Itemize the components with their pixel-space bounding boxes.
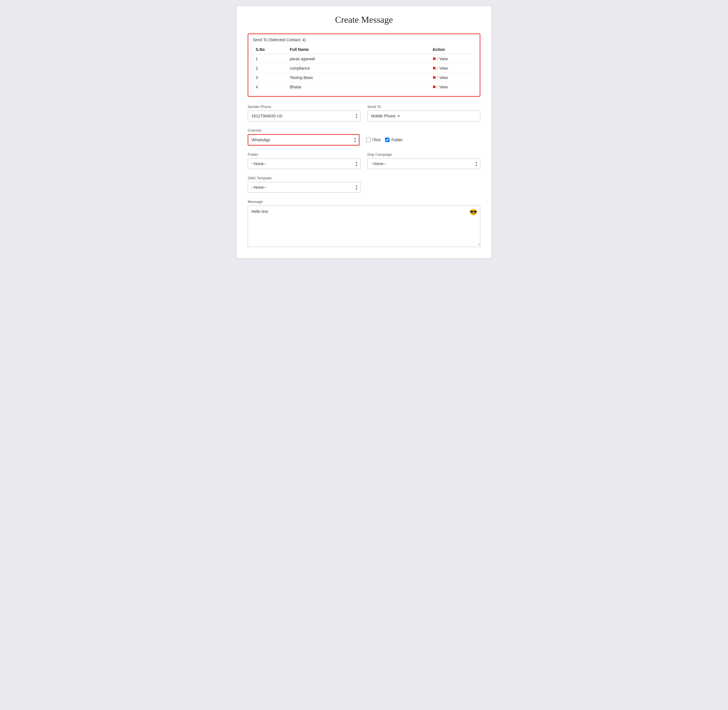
view-contact-link[interactable]: View	[439, 85, 448, 89]
drip-campaign-label: Drip Campaign	[368, 153, 480, 157]
sender-phone-label: Sender Phone	[248, 104, 360, 109]
sms-template-label: SMS Template	[248, 176, 360, 180]
checkbox-group: iText Folder	[366, 138, 403, 145]
contact-action: ✖|View	[430, 54, 475, 64]
sender-phone-group: Sender Phone 18127304020 US ▲▼	[248, 104, 360, 121]
folder-cb-label: Folder	[391, 138, 403, 142]
table-row: 4Bhatia✖|View	[253, 82, 475, 92]
sender-phone-select-wrapper[interactable]: 18127304020 US ▲▼	[248, 110, 360, 121]
send-to-dropdown[interactable]: Mobile Phone ▼	[368, 111, 404, 121]
table-row: 3Testing Basic✖|View	[253, 73, 475, 82]
sms-template-select[interactable]: --None--	[248, 182, 355, 192]
emoji-icon[interactable]: 😎	[469, 208, 477, 216]
itext-checkbox-item[interactable]: iText	[366, 138, 381, 142]
view-contact-link[interactable]: View	[439, 57, 448, 61]
view-contact-link[interactable]: View	[439, 75, 448, 80]
channel-row: Channel WhatsApp ▲▼ iText Folder	[248, 128, 480, 145]
sms-template-arrows[interactable]: ▲▼	[355, 184, 360, 191]
contact-fullname: Testing Basic	[287, 73, 430, 82]
folder-checkbox-item[interactable]: Folder	[385, 138, 403, 142]
contact-sno: 1	[253, 54, 287, 64]
itext-label: iText	[372, 138, 381, 142]
table-row: 1paras agarwal✖|View	[253, 54, 475, 64]
folder-checkbox[interactable]	[385, 138, 390, 142]
page-title: Create Message	[248, 15, 480, 25]
remove-contact-icon[interactable]: ✖	[432, 85, 436, 89]
view-contact-link[interactable]: View	[439, 66, 448, 70]
remove-contact-icon[interactable]: ✖	[432, 57, 436, 61]
contact-sno: 2	[253, 64, 287, 73]
contact-action: ✖|View	[430, 64, 475, 73]
sender-phone-select[interactable]: 18127304020 US	[248, 111, 355, 121]
folder-label: Folder	[248, 153, 360, 157]
action-separator: |	[437, 57, 438, 61]
message-label: Message	[248, 200, 480, 204]
drip-campaign-select[interactable]: --None--	[368, 158, 475, 169]
contact-sno: 4	[253, 82, 287, 92]
channel-group: Channel WhatsApp ▲▼	[248, 128, 359, 145]
action-separator: |	[437, 66, 438, 70]
contact-fullname: paras agarwal	[287, 54, 430, 64]
remove-contact-icon[interactable]: ✖	[432, 66, 436, 70]
message-group: Message 😎	[248, 200, 480, 247]
folder-select-wrapper[interactable]: --None-- ▲▼	[248, 158, 360, 169]
action-separator: |	[437, 75, 438, 80]
send-to-dropdown-arrow: ▼	[397, 114, 400, 118]
action-separator: |	[437, 85, 438, 89]
table-row: 2compliance✖|View	[253, 64, 475, 73]
send-to-box-label: Send To (Selected Contact: 4)	[253, 38, 475, 42]
page-container: Create Message Send To (Selected Contact…	[236, 6, 492, 259]
sender-phone-arrows[interactable]: ▲▼	[355, 113, 360, 119]
drip-campaign-group: Drip Campaign --None-- ▲▼	[368, 153, 480, 169]
message-textarea[interactable]	[248, 206, 480, 246]
contact-action: ✖|View	[430, 73, 475, 82]
send-to-label: Send To	[368, 104, 480, 109]
col-fullname-header: Full Name	[287, 45, 430, 54]
col-action-header: Action	[430, 45, 475, 54]
channel-select-wrapper[interactable]: WhatsApp ▲▼	[248, 134, 359, 145]
folder-select[interactable]: --None--	[248, 158, 355, 169]
drip-campaign-arrows[interactable]: ▲▼	[475, 161, 480, 167]
channel-select[interactable]: WhatsApp	[248, 135, 354, 145]
contacts-table: S.No Full Name Action 1paras agarwal✖|Vi…	[253, 45, 475, 91]
sms-template-row: SMS Template --None-- ▲▼	[248, 176, 480, 193]
contact-fullname: Bhatia	[287, 82, 430, 92]
channel-label: Channel	[248, 128, 359, 132]
folder-drip-row: Folder --None-- ▲▼ Drip Campaign --None-…	[248, 153, 480, 169]
send-to-group: Send To Mobile Phone ▼	[368, 104, 480, 121]
sender-sendto-row: Sender Phone 18127304020 US ▲▼ Send To M…	[248, 104, 480, 121]
channel-arrows[interactable]: ▲▼	[354, 137, 359, 143]
send-to-box: Send To (Selected Contact: 4) S.No Full …	[248, 34, 480, 97]
contact-sno: 3	[253, 73, 287, 82]
remove-contact-icon[interactable]: ✖	[432, 75, 436, 80]
contact-fullname: compliance	[287, 64, 430, 73]
contact-action: ✖|View	[430, 82, 475, 92]
send-to-value: Mobile Phone	[371, 114, 396, 118]
sms-template-group: SMS Template --None-- ▲▼	[248, 176, 360, 193]
contacts-table-header: S.No Full Name Action	[253, 45, 475, 54]
folder-arrows[interactable]: ▲▼	[355, 161, 360, 167]
col-sno-header: S.No	[253, 45, 287, 54]
message-textarea-wrapper: 😎	[248, 205, 480, 247]
send-to-select-wrapper[interactable]: Mobile Phone ▼	[368, 110, 480, 121]
sms-template-select-wrapper[interactable]: --None-- ▲▼	[248, 182, 360, 193]
drip-campaign-select-wrapper[interactable]: --None-- ▲▼	[368, 158, 480, 169]
folder-group: Folder --None-- ▲▼	[248, 153, 360, 169]
itext-checkbox[interactable]	[366, 138, 371, 142]
